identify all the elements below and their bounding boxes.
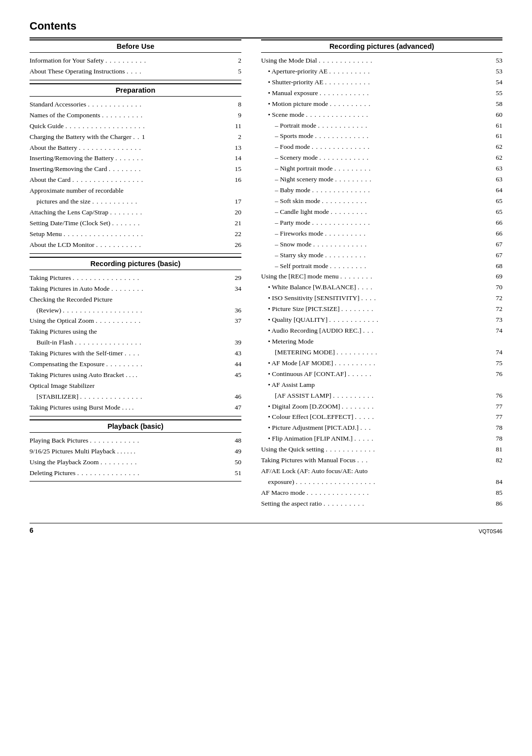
toc-entry: Using the Quick setting . . . . . . . . … (261, 445, 502, 455)
toc-entry: • Quality [QUALITY] . . . . . . . . . . … (261, 315, 502, 325)
toc-entry: Playing Back Pictures . . . . . . . . . … (30, 436, 241, 446)
toc-entry-night-scenery: – Night scenery mode . . . . . . . . . 6… (261, 174, 502, 185)
toc-entry: • ISO Sensitivity [SENSITIVITY] . . . . … (261, 293, 502, 304)
toc-entry: Deleting Pictures . . . . . . . . . . . … (30, 468, 241, 479)
section-header-preparation: Preparation (30, 83, 241, 97)
toc-entry: Using the [REC] mode menu . . . . . . . … (261, 272, 502, 282)
toc-entry: • Aperture-priority AE . . . . . . . . .… (261, 67, 502, 77)
toc-entry: Setup Menu . . . . . . . . . . . . . . .… (30, 229, 241, 240)
toc-entry: Names of the Components . . . . . . . . … (30, 110, 241, 121)
toc-entry: [AF ASSIST LAMP] . . . . . . . . . . 76 (261, 391, 502, 401)
toc-entry: – Soft skin mode . . . . . . . . . . . 6… (261, 196, 502, 206)
toc-entry: 9/16/25 Pictures Multi Playback . . . . … (30, 447, 241, 457)
toc-entry: About the Card . . . . . . . . . . . . .… (30, 175, 241, 185)
section-before-use: Before Use Information for Your Safety .… (30, 39, 241, 80)
model-number: VQT0S46 (479, 528, 502, 534)
toc-entry: About the Battery . . . . . . . . . . . … (30, 143, 241, 153)
toc-entry: • Continuous AF [CONT.AF] . . . . . . 76 (261, 369, 502, 379)
section-header-recording-advanced: Recording pictures (advanced) (261, 39, 502, 53)
section-recording-basic: Recording pictures (basic) Taking Pictur… (30, 257, 241, 416)
left-column: Before Use Information for Your Safety .… (30, 39, 241, 511)
toc-entry: Optical Image Stabilizer (30, 381, 241, 391)
section-header-playback-basic: Playback (basic) (30, 419, 241, 433)
toc-entry: [STABILIZER] . . . . . . . . . . . . . .… (30, 392, 241, 402)
toc-entry: – Baby mode . . . . . . . . . . . . . . … (261, 185, 502, 196)
toc-entry: • Scene mode . . . . . . . . . . . . . .… (261, 110, 502, 120)
page-title: Contents (30, 20, 502, 33)
toc-entry: • Digital Zoom [D.ZOOM] . . . . . . . . … (261, 402, 502, 412)
toc-entry: Approximate number of recordable (30, 186, 241, 196)
toc-entry: • Colour Effect [COL.EFFECT] . . . . . 7… (261, 412, 502, 422)
toc-entry: • Picture Size [PICT.SIZE] . . . . . . .… (261, 304, 502, 314)
toc-entry: Built-in Flash . . . . . . . . . . . . .… (30, 338, 241, 348)
toc-entry: • Audio Recording [AUDIO REC.] . . . 74 (261, 326, 502, 336)
right-column: Recording pictures (advanced) Using the … (261, 39, 502, 511)
toc-entry-party-mode: – Party mode . . . . . . . . . . . . . .… (261, 218, 502, 228)
toc-entry: Compensating the Exposure . . . . . . . … (30, 359, 241, 370)
toc-entry-manual-focus: Taking Pictures with Manual Focus . . . … (261, 455, 502, 466)
toc-entry: About the LCD Monitor . . . . . . . . . … (30, 240, 241, 250)
toc-entry: – Self portrait mode . . . . . . . . . 6… (261, 261, 502, 272)
toc-entry: – Starry sky mode . . . . . . . . . . 67 (261, 250, 502, 261)
toc-entry: – Sports mode . . . . . . . . . . . . . … (261, 131, 502, 141)
toc-entry: Taking Pictures . . . . . . . . . . . . … (30, 273, 241, 283)
toc-entry: [METERING MODE] . . . . . . . . . . 74 (261, 347, 502, 358)
page-footer: 6 VQT0S46 (30, 523, 502, 534)
toc-entry: Attaching the Lens Cap/Strap . . . . . .… (30, 207, 241, 218)
toc-entry: • Shutter-priority AE . . . . . . . . . … (261, 77, 502, 88)
toc-entry: AF/AE Lock (AF: Auto focus/AE: Auto (261, 466, 502, 477)
toc-entry: Using the Mode Dial . . . . . . . . . . … (261, 56, 502, 66)
toc-entry: • Picture Adjustment [PICT.ADJ.] . . . 7… (261, 423, 502, 433)
toc-entry: – Food mode . . . . . . . . . . . . . . … (261, 142, 502, 152)
toc-entry: • Manual exposure . . . . . . . . . . . … (261, 88, 502, 99)
toc-entry: – Scenery mode . . . . . . . . . . . . 6… (261, 153, 502, 163)
toc-entry: Taking Pictures in Auto Mode . . . . . .… (30, 284, 241, 294)
toc-entry: About These Operating Instructions . . .… (30, 67, 241, 77)
toc-entry: Information for Your Safety . . . . . . … (30, 56, 241, 66)
toc-entry: Using the Playback Zoom . . . . . . . . … (30, 457, 241, 468)
section-preparation: Preparation Standard Accessories . . . .… (30, 83, 241, 254)
toc-entry: (Review) . . . . . . . . . . . . . . . .… (30, 306, 241, 316)
toc-entry: – Fireworks mode . . . . . . . . . . 66 (261, 229, 502, 239)
toc-entry: – Snow mode . . . . . . . . . . . . . 67 (261, 240, 502, 250)
toc-entry: Taking Pictures using Auto Bracket . . .… (30, 370, 241, 380)
toc-entry: exposure) . . . . . . . . . . . . . . . … (261, 477, 502, 487)
toc-entry: pictures and the size . . . . . . . . . … (30, 197, 241, 207)
section-playback-basic: Playback (basic) Playing Back Pictures .… (30, 419, 241, 482)
toc-entry: – Portrait mode . . . . . . . . . . . . … (261, 121, 502, 131)
toc-entry: Charging the Battery with the Charger . … (30, 132, 241, 142)
toc-entry: Taking Pictures using the (30, 327, 241, 337)
section-recording-advanced: Recording pictures (advanced) Using the … (261, 39, 502, 509)
toc-entry: Taking Pictures using Burst Mode . . . .… (30, 403, 241, 413)
toc-entry: • AF Assist Lamp (261, 380, 502, 390)
toc-entry: Using the Optical Zoom . . . . . . . . .… (30, 316, 241, 326)
toc-entry: Setting the aspect ratio . . . . . . . .… (261, 499, 502, 509)
page-number: 6 (30, 526, 33, 534)
section-header-before-use: Before Use (30, 39, 241, 53)
toc-entry: – Night portrait mode . . . . . . . . . … (261, 164, 502, 174)
toc-entry: • AF Mode [AF MODE] . . . . . . . . . . … (261, 358, 502, 369)
toc-entry: Setting Date/Time (Clock Set) . . . . . … (30, 218, 241, 229)
toc-entry: • White Balance [W.BALANCE] . . . . 70 (261, 282, 502, 293)
toc-entry: Inserting/Removing the Card . . . . . . … (30, 164, 241, 174)
toc-entry: Inserting/Removing the Battery . . . . .… (30, 153, 241, 164)
toc-entry: AF Macro mode . . . . . . . . . . . . . … (261, 488, 502, 498)
toc-entry: • Motion picture mode . . . . . . . . . … (261, 99, 502, 109)
toc-entry: – Candle light mode . . . . . . . . . 65 (261, 207, 502, 217)
toc-entry: Quick Guide . . . . . . . . . . . . . . … (30, 121, 241, 132)
toc-entry: Standard Accessories . . . . . . . . . .… (30, 100, 241, 110)
toc-entry: • Metering Mode (261, 337, 502, 347)
section-header-recording-basic: Recording pictures (basic) (30, 257, 241, 270)
toc-entry: Taking Pictures with the Self-timer . . … (30, 348, 241, 359)
toc-entry: Checking the Recorded Picture (30, 295, 241, 305)
toc-entry: • Flip Animation [FLIP ANIM.] . . . . . … (261, 434, 502, 444)
